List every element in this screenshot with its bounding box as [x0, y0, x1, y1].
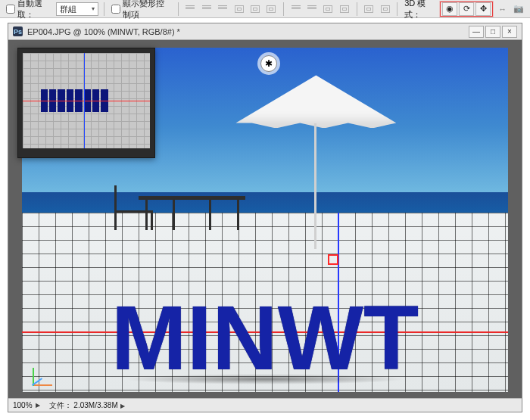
- zoom-value: 100%: [13, 401, 33, 409]
- chevron-down-icon: ▾: [92, 3, 95, 15]
- distribute-h2-icon: [338, 2, 351, 16]
- group-select[interactable]: 群組 ▾: [56, 2, 98, 16]
- 3d-secondary-view-icon[interactable]: ✱: [260, 55, 277, 72]
- document-info[interactable]: 文件： 2.03M/3.38M ▶: [49, 400, 125, 411]
- arrange-icon: [362, 2, 375, 16]
- distribute-w-icon: [322, 2, 335, 16]
- 3d-mode-label: 3D 模式：: [404, 0, 437, 20]
- document-titlebar: Ps EP004.JPG @ 100% (MINWT, RGB/8#) * — …: [8, 23, 522, 40]
- align-hmid-icon: [248, 2, 261, 16]
- align-left-icon: [232, 2, 245, 16]
- navigator-z-axis: [84, 53, 85, 148]
- chevron-right-icon: ▶: [120, 403, 125, 409]
- show-transform-checkbox[interactable]: 顯示變形控制項: [110, 0, 173, 20]
- distribute-h-icon: [289, 2, 302, 16]
- options-bar: 自動選取： 群組 ▾ 顯示變形控制項 3D 模式： ◉ ⟳ ✥ ↔ 📷: [0, 0, 530, 18]
- separator: [283, 2, 284, 16]
- scene-chair: [114, 185, 153, 230]
- 3d-axis-gizmo[interactable]: [33, 365, 57, 386]
- 3d-orbit-icon[interactable]: ◉: [442, 2, 457, 16]
- auto-select-checkbox[interactable]: 自動選取：: [5, 0, 53, 20]
- align-right-icon: [265, 2, 278, 16]
- navigator-thumbnail: [23, 53, 150, 148]
- separator: [357, 2, 357, 16]
- navigator-panel[interactable]: [17, 48, 155, 158]
- separator: [104, 2, 104, 16]
- chevron-right-icon: ▶: [36, 402, 40, 409]
- 3d-text-object[interactable]: MINWT MINWT: [40, 227, 490, 378]
- scene-table: [139, 196, 245, 231]
- window-controls: — □ ×: [469, 26, 517, 38]
- 3d-mode-group: ◉ ⟳ ✥: [440, 2, 493, 17]
- align-top-icon: [184, 2, 197, 16]
- axis-x-icon: [33, 384, 52, 386]
- distribute-v-icon: [305, 2, 318, 16]
- photoshop-logo-icon: Ps: [13, 26, 23, 36]
- align-vmid-icon: [200, 2, 213, 16]
- canvas-area: MINWT MINWT ✱: [8, 40, 522, 412]
- maximize-button[interactable]: □: [485, 26, 500, 38]
- 3d-text-face: MINWT: [111, 297, 419, 378]
- separator: [397, 2, 398, 16]
- docinfo-label: 文件：: [49, 401, 72, 409]
- separator: [178, 2, 179, 16]
- document-title: EP004.JPG @ 100% (MINWT, RGB/8#) *: [27, 27, 180, 36]
- 3d-camera-icon[interactable]: 📷: [513, 2, 525, 16]
- document-window: Ps EP004.JPG @ 100% (MINWT, RGB/8#) * — …: [8, 23, 522, 412]
- align-bottom-icon: [216, 2, 229, 16]
- 3d-pan-icon[interactable]: ✥: [475, 2, 491, 16]
- docinfo-value: 2.03M/3.38M: [73, 401, 117, 409]
- minimize-button[interactable]: —: [469, 26, 484, 38]
- zoom-level[interactable]: 100% ▶: [13, 401, 40, 409]
- group-select-value: 群組: [60, 3, 76, 15]
- show-transform-label: 顯示變形控制項: [123, 0, 171, 20]
- scene-umbrella: [235, 75, 396, 171]
- navigator-x-axis: [23, 101, 150, 101]
- status-bar: 100% ▶ 文件： 2.03M/3.38M ▶: [8, 398, 522, 412]
- 3d-slide-icon[interactable]: ↔: [496, 2, 509, 16]
- auto-select-label: 自動選取：: [17, 0, 51, 20]
- selection-marker[interactable]: [328, 254, 338, 265]
- close-button[interactable]: ×: [502, 26, 517, 38]
- 3d-rotate-icon[interactable]: ⟳: [459, 2, 474, 16]
- arrange2-icon: [379, 2, 391, 16]
